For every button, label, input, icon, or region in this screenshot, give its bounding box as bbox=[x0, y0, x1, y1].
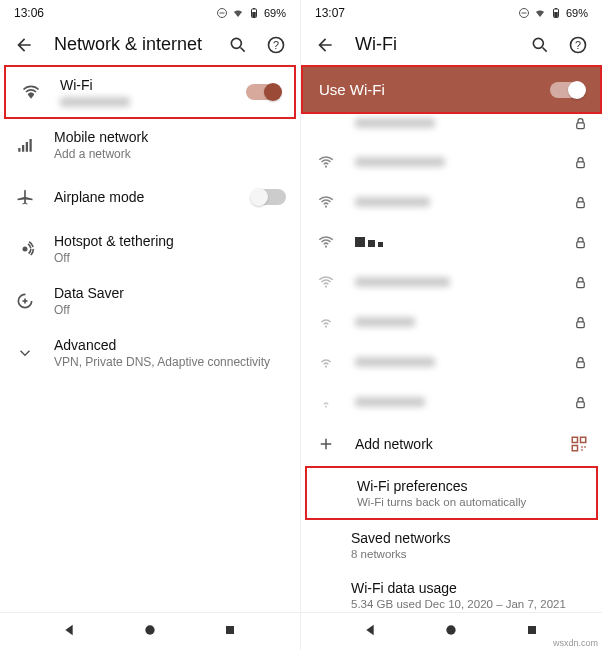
svg-rect-12 bbox=[30, 139, 32, 152]
search-icon bbox=[228, 35, 248, 55]
svg-rect-38 bbox=[577, 281, 585, 287]
arrow-back-icon bbox=[315, 35, 335, 55]
status-bar: 13:06 69% bbox=[0, 0, 300, 24]
search-button[interactable] bbox=[530, 35, 550, 55]
wifi-preferences-row[interactable]: Wi-Fi preferences Wi-Fi turns back on au… bbox=[305, 466, 598, 520]
network-name-blurred bbox=[355, 317, 415, 327]
svg-point-43 bbox=[325, 405, 327, 407]
network-row[interactable] bbox=[301, 382, 602, 422]
svg-rect-32 bbox=[577, 161, 585, 167]
help-button[interactable]: ? bbox=[568, 35, 588, 55]
svg-point-5 bbox=[231, 38, 241, 48]
wifi-row[interactable]: Wi-Fi bbox=[4, 65, 296, 119]
nav-home[interactable] bbox=[142, 622, 158, 642]
airplane-row[interactable]: Airplane mode bbox=[0, 171, 300, 223]
advanced-sub: VPN, Private DNS, Adaptive connectivity bbox=[54, 355, 286, 369]
hotspot-sub: Off bbox=[54, 251, 286, 265]
svg-line-27 bbox=[543, 47, 547, 51]
search-button[interactable] bbox=[228, 35, 248, 55]
back-button[interactable] bbox=[14, 35, 34, 55]
watermark: wsxdn.com bbox=[553, 638, 598, 648]
network-row[interactable] bbox=[301, 114, 602, 142]
network-row[interactable] bbox=[301, 182, 602, 222]
svg-rect-11 bbox=[26, 142, 28, 152]
network-row[interactable] bbox=[301, 342, 602, 382]
svg-rect-3 bbox=[252, 12, 256, 17]
status-icons: 69% bbox=[216, 7, 286, 19]
svg-rect-24 bbox=[554, 12, 558, 17]
hotspot-row[interactable]: Hotspot & tethering Off bbox=[0, 223, 300, 275]
use-wifi-band[interactable]: Use Wi-Fi bbox=[301, 65, 602, 114]
nav-recent[interactable] bbox=[524, 622, 540, 642]
svg-point-37 bbox=[325, 285, 327, 287]
svg-rect-42 bbox=[577, 361, 585, 367]
datasaver-row[interactable]: Data Saver Off bbox=[0, 275, 300, 327]
use-wifi-toggle[interactable] bbox=[550, 82, 584, 98]
mobile-title: Mobile network bbox=[54, 129, 286, 145]
battery-icon bbox=[248, 7, 260, 19]
svg-rect-47 bbox=[572, 437, 577, 442]
nav-recent[interactable] bbox=[222, 622, 238, 642]
svg-point-39 bbox=[325, 325, 327, 327]
network-name-blurred bbox=[355, 277, 450, 287]
svg-point-41 bbox=[325, 365, 327, 367]
lock-icon bbox=[573, 395, 588, 410]
add-network-label: Add network bbox=[355, 436, 552, 452]
nav-home[interactable] bbox=[443, 622, 459, 642]
back-button[interactable] bbox=[315, 35, 335, 55]
saved-networks-row[interactable]: Saved networks 8 networks bbox=[301, 520, 602, 570]
network-name-blurred bbox=[355, 118, 435, 128]
datasaver-sub: Off bbox=[54, 303, 286, 317]
svg-rect-9 bbox=[18, 148, 20, 152]
usage-sub: 5.34 GB used Dec 10, 2020 – Jan 7, 2021 bbox=[351, 598, 588, 610]
status-icons: 69% bbox=[518, 7, 588, 19]
nav-back[interactable] bbox=[62, 622, 78, 642]
lock-icon bbox=[573, 355, 588, 370]
use-wifi-label: Use Wi-Fi bbox=[319, 81, 542, 98]
app-bar: Wi-Fi ? bbox=[301, 24, 602, 65]
help-button[interactable]: ? bbox=[266, 35, 286, 55]
network-name-blurred bbox=[355, 397, 425, 407]
battery-icon bbox=[550, 7, 562, 19]
usage-title: Wi-Fi data usage bbox=[351, 580, 588, 596]
lock-icon bbox=[573, 116, 588, 131]
chevron-down-icon bbox=[16, 344, 34, 362]
svg-point-26 bbox=[533, 38, 543, 48]
network-row[interactable] bbox=[301, 302, 602, 342]
mobile-network-row[interactable]: Mobile network Add a network bbox=[0, 119, 300, 171]
nav-bar bbox=[0, 612, 300, 650]
svg-point-35 bbox=[325, 245, 327, 247]
add-network-row[interactable]: Add network bbox=[301, 422, 602, 466]
saved-title: Saved networks bbox=[351, 530, 588, 546]
svg-rect-49 bbox=[572, 446, 577, 451]
network-row[interactable] bbox=[301, 222, 602, 262]
signal-icon bbox=[16, 136, 34, 154]
wifi-toggle[interactable] bbox=[246, 84, 280, 100]
lock-icon bbox=[573, 315, 588, 330]
datasaver-icon bbox=[15, 291, 35, 311]
airplane-toggle[interactable] bbox=[252, 189, 286, 205]
svg-point-33 bbox=[325, 205, 327, 207]
saved-sub: 8 networks bbox=[351, 548, 588, 560]
network-row[interactable] bbox=[301, 262, 602, 302]
svg-rect-54 bbox=[528, 626, 536, 634]
airplane-icon bbox=[15, 187, 35, 207]
advanced-row[interactable]: Advanced VPN, Private DNS, Adaptive conn… bbox=[0, 327, 300, 379]
qr-scan-button[interactable] bbox=[570, 435, 588, 453]
network-row[interactable] bbox=[301, 142, 602, 182]
wifi-data-usage-row[interactable]: Wi-Fi data usage 5.34 GB used Dec 10, 20… bbox=[301, 570, 602, 612]
wifi-title: Wi-Fi bbox=[60, 77, 228, 93]
svg-rect-36 bbox=[577, 241, 585, 247]
svg-rect-25 bbox=[555, 8, 557, 9]
plus-icon bbox=[317, 435, 335, 453]
network-name-blurred bbox=[355, 197, 430, 207]
nav-back[interactable] bbox=[363, 622, 379, 642]
battery-percent: 69% bbox=[264, 7, 286, 19]
wifi-icon bbox=[317, 393, 335, 411]
wifi-icon bbox=[317, 273, 335, 291]
svg-text:?: ? bbox=[273, 39, 279, 51]
page-title: Wi-Fi bbox=[355, 34, 510, 55]
help-icon: ? bbox=[266, 35, 286, 55]
mobile-sub: Add a network bbox=[54, 147, 286, 161]
svg-point-13 bbox=[23, 247, 28, 252]
